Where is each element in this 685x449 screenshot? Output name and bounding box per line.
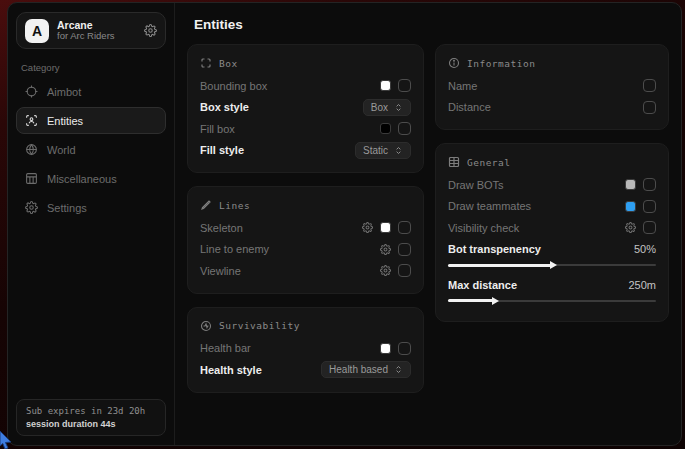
sidebar-item-world[interactable]: World [16, 136, 166, 163]
skeleton-checkbox[interactable] [398, 221, 411, 234]
gear-icon[interactable] [625, 222, 636, 233]
sidebar-item-label: Entities [47, 115, 83, 127]
draw-teammates-checkbox[interactable] [643, 200, 656, 213]
slider-thumb[interactable] [550, 261, 557, 269]
setting-row-name: Name [448, 75, 656, 97]
setting-row-bounding-box: Bounding box [200, 75, 411, 97]
sidebar-item-label: Settings [47, 202, 87, 214]
setting-row-health-style: Health style Health based [200, 359, 411, 381]
line-to-enemy-checkbox[interactable] [398, 243, 411, 256]
grid-dots-icon [448, 156, 460, 168]
sidebar-item-label: Aimbot [47, 86, 81, 98]
app-subtitle: for Arc Riders [57, 31, 136, 42]
layout-grid-icon [25, 172, 38, 185]
sidebar-item-entities[interactable]: Entities [16, 107, 166, 134]
chevron-up-down-icon [394, 103, 403, 112]
sidebar-item-label: Miscellaneous [47, 173, 117, 185]
setting-row-max-distance: Max distance 250m [448, 274, 656, 296]
pencil-line-icon [200, 199, 212, 211]
session-duration-text: session duration 44s [26, 419, 156, 429]
setting-row-visibility-check: Visibility check [448, 217, 656, 239]
card-title: Survivability [219, 320, 300, 331]
setting-row-health-bar: Health bar [200, 338, 411, 360]
globe-icon [25, 143, 38, 156]
sidebar-item-aimbot[interactable]: Aimbot [16, 78, 166, 105]
setting-row-box-style: Box style Box [200, 97, 411, 119]
chevron-up-down-icon [394, 365, 403, 374]
visibility-check-checkbox[interactable] [643, 221, 656, 234]
bounding-box-checkbox[interactable] [398, 79, 411, 92]
info-icon [448, 57, 460, 69]
setting-row-draw-teammates: Draw teammates [448, 196, 656, 218]
page-title: Entities [194, 17, 669, 32]
subscription-info-card: Sub expires in 23d 20h session duration … [16, 399, 166, 436]
color-swatch[interactable] [625, 201, 636, 212]
frame-corners-icon [200, 57, 212, 69]
card-title: Box [219, 58, 238, 69]
brand-card[interactable]: A Arcane for Arc Riders [16, 12, 166, 49]
setting-row-fill-style: Fill style Static [200, 140, 411, 162]
setting-row-viewline: Viewline [200, 260, 411, 282]
distance-checkbox[interactable] [643, 101, 656, 114]
sidebar-item-label: World [47, 144, 76, 156]
setting-row-draw-bots: Draw BOTs [448, 174, 656, 196]
survivability-card: Survivability Health bar Health style He… [187, 307, 424, 393]
entities-scan-icon [25, 114, 38, 127]
color-swatch[interactable] [380, 123, 391, 134]
sidebar-item-miscellaneous[interactable]: Miscellaneous [16, 165, 166, 192]
sub-expiry-text: Sub expires in 23d 20h [26, 406, 156, 416]
lines-card: Lines Skeleton Line to enemy [187, 186, 424, 294]
draw-bots-checkbox[interactable] [643, 178, 656, 191]
gear-icon[interactable] [380, 265, 391, 276]
category-label: Category [21, 62, 166, 73]
slider-thumb[interactable] [492, 297, 499, 305]
bot-transparency-slider[interactable] [448, 261, 656, 269]
life-pulse-icon [200, 320, 212, 332]
crosshair-icon [25, 85, 38, 98]
max-distance-value: 250m [628, 279, 656, 291]
bot-transparency-value: 50% [634, 243, 656, 255]
max-distance-slider[interactable] [448, 297, 656, 305]
setting-row-distance: Distance [448, 97, 656, 119]
app-logo: A [25, 19, 49, 43]
setting-row-bot-transparency: Bot transpenency 50% [448, 239, 656, 261]
app-window: A Arcane for Arc Riders Category Aimbot … [7, 2, 682, 446]
name-checkbox[interactable] [643, 79, 656, 92]
chevron-up-down-icon [394, 146, 403, 155]
health-style-dropdown[interactable]: Health based [321, 361, 411, 378]
viewline-checkbox[interactable] [398, 264, 411, 277]
setting-row-line-to-enemy: Line to enemy [200, 239, 411, 261]
fill-style-dropdown[interactable]: Static [355, 142, 411, 159]
general-card: General Draw BOTs Draw teammates [435, 143, 669, 322]
color-swatch[interactable] [380, 222, 391, 233]
box-card: Box Bounding box Box style Box [187, 44, 424, 173]
setting-row-skeleton: Skeleton [200, 217, 411, 239]
color-swatch[interactable] [380, 343, 391, 354]
card-title: Information [467, 58, 535, 69]
gear-icon[interactable] [362, 222, 373, 233]
health-bar-checkbox[interactable] [398, 342, 411, 355]
sidebar: A Arcane for Arc Riders Category Aimbot … [8, 3, 175, 445]
box-style-dropdown[interactable]: Box [363, 99, 411, 116]
gear-icon[interactable] [144, 24, 157, 37]
gear-icon [25, 201, 38, 214]
mouse-cursor [0, 431, 14, 449]
information-card: Information Name Distance [435, 44, 669, 130]
main-content: Entities Box Bounding box [175, 3, 681, 445]
sidebar-item-settings[interactable]: Settings [16, 194, 166, 221]
setting-row-fill-box: Fill box [200, 118, 411, 140]
color-swatch[interactable] [625, 179, 636, 190]
card-title: Lines [219, 200, 250, 211]
card-title: General [467, 157, 511, 168]
fill-box-checkbox[interactable] [398, 122, 411, 135]
color-swatch[interactable] [380, 80, 391, 91]
gear-icon[interactable] [380, 244, 391, 255]
brand-text: Arcane for Arc Riders [57, 19, 136, 42]
